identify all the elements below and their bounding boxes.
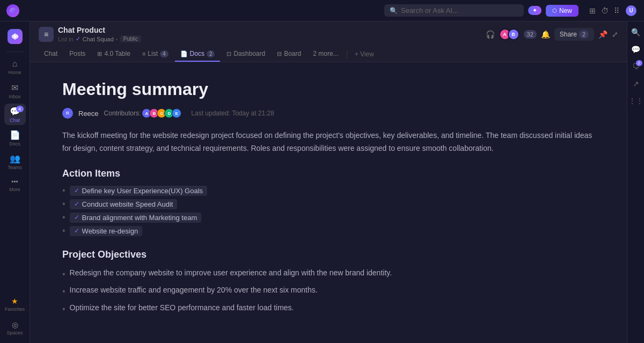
- sidebar-item-teams[interactable]: 👥 Teams: [4, 151, 26, 172]
- author-avatar: R: [62, 108, 73, 119]
- sidebar-item-favorites[interactable]: ★ Favorites: [4, 294, 26, 315]
- sidebar-label-more: More: [9, 187, 20, 192]
- bell-icon[interactable]: 🔔: [541, 30, 550, 39]
- add-view-label: + View: [355, 50, 374, 58]
- sidebar-item-docs[interactable]: 📄 Docs: [4, 127, 26, 149]
- breadcrumb-squad[interactable]: Chat Squad: [83, 36, 114, 42]
- sidebar-item-home[interactable]: ⌂ Home: [4, 56, 26, 78]
- grid-icon[interactable]: ⊞: [589, 6, 596, 15]
- search-icon: 🔍: [390, 7, 398, 14]
- tab-posts-label: Posts: [69, 50, 85, 57]
- doc-title: Meeting summary: [62, 79, 595, 99]
- user-avatars: U: [625, 4, 638, 17]
- sidebar-item-inbox[interactable]: ✉ Inbox: [4, 80, 26, 101]
- project-objectives-title: Project Objectives: [62, 249, 595, 260]
- tab-table[interactable]: ⊞ 4.0 Table: [92, 47, 136, 62]
- tab-more[interactable]: 2 more...: [308, 47, 343, 62]
- task-chip-3[interactable]: ✓ Brand alignment with Marketing team: [70, 213, 202, 223]
- list-tab-icon: ≡: [142, 50, 145, 57]
- right-more-icon[interactable]: ⋮⋮: [630, 94, 642, 107]
- doc-contributors: Contributors: A B C D E: [104, 108, 182, 118]
- tab-dashboard[interactable]: ⊡ Dashboard: [221, 47, 270, 62]
- tab-board[interactable]: ⊟ Board: [272, 47, 306, 62]
- sidebar-label-teams: Teams: [8, 165, 22, 170]
- share-button[interactable]: Share 2: [554, 28, 594, 41]
- share-count: 2: [579, 30, 589, 39]
- right-comment-icon[interactable]: 💬: [630, 43, 642, 56]
- expand-icon[interactable]: ⤢: [612, 30, 618, 39]
- search-bar[interactable]: 🔍 Search or Ask AI...: [384, 4, 524, 17]
- page-tabs: Chat Posts ⊞ 4.0 Table ≡ List 4: [39, 47, 618, 62]
- task-chip-1[interactable]: ✓ Define key User Experience(UX) Goals: [70, 186, 207, 196]
- docs-icon: 📄: [10, 130, 20, 140]
- board-tab-icon: ⊟: [277, 50, 282, 57]
- sidebar-label-favorites: Favorites: [5, 306, 25, 312]
- right-chat-icon[interactable]: 🗨 2: [630, 60, 642, 73]
- svg-point-0: [10, 8, 16, 14]
- chat-badge: 4: [16, 106, 24, 112]
- check-icon-2: ✓: [74, 200, 79, 208]
- page-header-actions: 🎧 A B 32 🔔 Share 2 📌 ⤢: [486, 28, 618, 41]
- tab-list[interactable]: ≡ List 4: [137, 47, 174, 62]
- visibility-badge: Public: [120, 35, 141, 42]
- headphones-icon[interactable]: 🎧: [486, 30, 495, 39]
- action-item-label-3: Brand alignment with Marketing team: [82, 214, 197, 222]
- page-name: Chat Product: [58, 26, 141, 34]
- task-chip-2[interactable]: ✓ Conduct website Speed Audit: [70, 199, 178, 209]
- tab-chat-label: Chat: [44, 50, 57, 57]
- list-badge: 4: [160, 50, 169, 57]
- table-tab-icon: ⊞: [97, 50, 102, 57]
- author-name: Reece: [78, 110, 99, 118]
- sidebar-label-docs: Docs: [9, 141, 20, 147]
- contributor-avatars: A B C D E: [142, 108, 181, 118]
- app-logo[interactable]: [6, 4, 19, 17]
- action-items-list: ✓ Define key User Experience(UX) Goals ✓…: [62, 186, 595, 236]
- right-search-icon[interactable]: 🔍: [630, 26, 642, 39]
- notification-count: 32: [524, 30, 537, 39]
- tab-board-label: Board: [284, 50, 301, 57]
- right-chat-badge: 2: [636, 60, 642, 66]
- right-sidebar: 🔍 💬 🗨 2 ↗ ⋮⋮: [627, 21, 644, 343]
- action-item-label-1: Define key User Experience(UX) Goals: [82, 187, 203, 195]
- docs-badge: 2: [207, 50, 215, 57]
- sidebar-item-spaces[interactable]: ◎ Spaces: [4, 317, 26, 339]
- sidebar-item-more[interactable]: ••• More: [4, 174, 26, 196]
- ai-badge[interactable]: ✦: [528, 6, 541, 15]
- action-item-label-2: Conduct website Speed Audit: [82, 200, 173, 208]
- add-view-button[interactable]: + View: [350, 47, 378, 61]
- timer-icon[interactable]: ⏱: [601, 6, 609, 15]
- action-items-title: Action Items: [62, 168, 595, 179]
- objective-item-2: Increase website traffic and engagement …: [62, 284, 595, 298]
- task-chip-4[interactable]: ✓ Website re-design: [70, 226, 143, 236]
- objective-text-3: Optimize the site for better SEO perform…: [70, 302, 294, 313]
- tab-chat[interactable]: Chat: [39, 47, 63, 62]
- pin-icon[interactable]: 📌: [598, 30, 608, 39]
- action-item-1: ✓ Define key User Experience(UX) Goals: [62, 186, 595, 196]
- inbox-icon: ✉: [11, 83, 18, 93]
- search-placeholder: Search or Ask AI...: [401, 6, 458, 14]
- new-button[interactable]: ⬡ New: [546, 5, 579, 17]
- objective-item-1: Redesign the company website to improve …: [62, 267, 595, 281]
- sidebar-label-spaces: Spaces: [6, 330, 23, 335]
- apps-icon[interactable]: ⠿: [614, 6, 619, 15]
- sidebar-label-home: Home: [8, 70, 21, 75]
- contrib-avatar-5: E: [172, 108, 181, 118]
- right-share-icon[interactable]: ↗: [630, 77, 642, 90]
- objective-item-3: Optimize the site for better SEO perform…: [62, 302, 595, 316]
- action-item-3: ✓ Brand alignment with Marketing team: [62, 213, 595, 223]
- action-item-label-4: Website re-design: [82, 227, 138, 235]
- tab-posts[interactable]: Posts: [64, 47, 91, 62]
- topbar-right-actions: ⊞ ⏱ ⠿ U: [589, 4, 638, 17]
- objective-text-2: Increase website traffic and engagement …: [70, 284, 318, 296]
- sidebar-label-chat: Chat: [10, 118, 20, 123]
- objective-text-1: Redesign the company website to improve …: [70, 267, 392, 279]
- sidebar-item-chat[interactable]: 💬 Chat 4: [4, 104, 26, 125]
- breadcrumb-list-in: List in: [58, 36, 74, 42]
- author-initials: R: [66, 111, 70, 116]
- svg-point-1: [14, 35, 16, 38]
- sidebar-item-logo[interactable]: [4, 26, 26, 47]
- tab-docs[interactable]: 📄 Docs 2: [175, 47, 221, 62]
- teams-icon: 👥: [10, 154, 20, 164]
- check-icon-1: ✓: [74, 187, 79, 194]
- page-icon: ≡: [39, 27, 54, 42]
